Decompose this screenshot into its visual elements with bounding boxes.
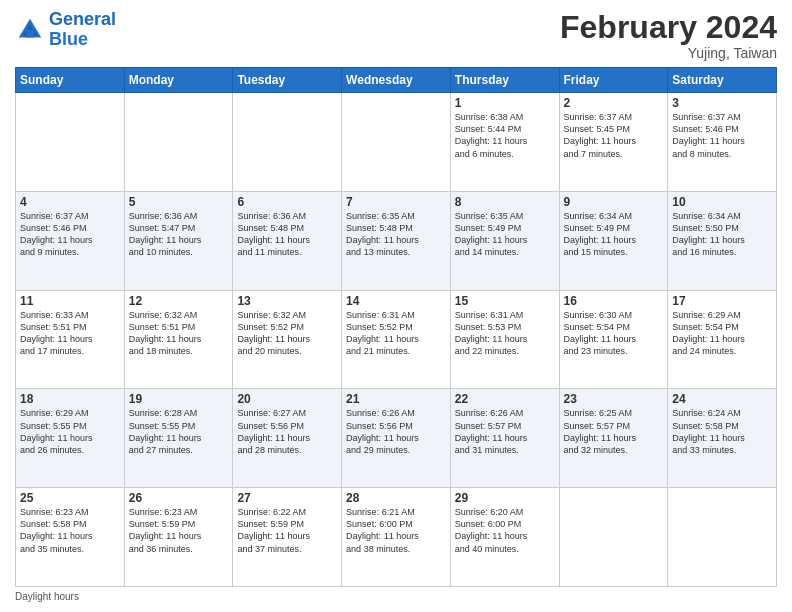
calendar-cell: 28Sunrise: 6:21 AM Sunset: 6:00 PM Dayli… xyxy=(342,488,451,587)
day-info: Sunrise: 6:23 AM Sunset: 5:58 PM Dayligh… xyxy=(20,506,120,555)
day-number: 7 xyxy=(346,195,446,209)
calendar-cell: 13Sunrise: 6:32 AM Sunset: 5:52 PM Dayli… xyxy=(233,290,342,389)
day-info: Sunrise: 6:21 AM Sunset: 6:00 PM Dayligh… xyxy=(346,506,446,555)
day-info: Sunrise: 6:37 AM Sunset: 5:46 PM Dayligh… xyxy=(20,210,120,259)
day-number: 27 xyxy=(237,491,337,505)
day-info: Sunrise: 6:33 AM Sunset: 5:51 PM Dayligh… xyxy=(20,309,120,358)
logo: General Blue xyxy=(15,10,116,50)
calendar-cell: 12Sunrise: 6:32 AM Sunset: 5:51 PM Dayli… xyxy=(124,290,233,389)
calendar-cell: 23Sunrise: 6:25 AM Sunset: 5:57 PM Dayli… xyxy=(559,389,668,488)
weekday-header-sunday: Sunday xyxy=(16,68,125,93)
calendar-cell: 6Sunrise: 6:36 AM Sunset: 5:48 PM Daylig… xyxy=(233,191,342,290)
day-info: Sunrise: 6:24 AM Sunset: 5:58 PM Dayligh… xyxy=(672,407,772,456)
calendar-cell: 17Sunrise: 6:29 AM Sunset: 5:54 PM Dayli… xyxy=(668,290,777,389)
day-number: 29 xyxy=(455,491,555,505)
header: General Blue February 2024 Yujing, Taiwa… xyxy=(15,10,777,61)
day-number: 9 xyxy=(564,195,664,209)
calendar-cell xyxy=(559,488,668,587)
logo-blue: Blue xyxy=(49,29,88,49)
day-info: Sunrise: 6:34 AM Sunset: 5:50 PM Dayligh… xyxy=(672,210,772,259)
logo-icon xyxy=(15,15,45,45)
calendar-cell: 20Sunrise: 6:27 AM Sunset: 5:56 PM Dayli… xyxy=(233,389,342,488)
day-number: 2 xyxy=(564,96,664,110)
day-number: 18 xyxy=(20,392,120,406)
day-info: Sunrise: 6:32 AM Sunset: 5:52 PM Dayligh… xyxy=(237,309,337,358)
footer-note: Daylight hours xyxy=(15,591,777,602)
day-number: 24 xyxy=(672,392,772,406)
day-info: Sunrise: 6:37 AM Sunset: 5:46 PM Dayligh… xyxy=(672,111,772,160)
day-info: Sunrise: 6:29 AM Sunset: 5:54 PM Dayligh… xyxy=(672,309,772,358)
calendar-cell xyxy=(124,93,233,192)
location: Yujing, Taiwan xyxy=(560,45,777,61)
calendar-cell: 10Sunrise: 6:34 AM Sunset: 5:50 PM Dayli… xyxy=(668,191,777,290)
calendar-cell: 11Sunrise: 6:33 AM Sunset: 5:51 PM Dayli… xyxy=(16,290,125,389)
day-info: Sunrise: 6:31 AM Sunset: 5:52 PM Dayligh… xyxy=(346,309,446,358)
day-number: 4 xyxy=(20,195,120,209)
day-info: Sunrise: 6:36 AM Sunset: 5:47 PM Dayligh… xyxy=(129,210,229,259)
calendar-cell: 9Sunrise: 6:34 AM Sunset: 5:49 PM Daylig… xyxy=(559,191,668,290)
calendar-cell: 2Sunrise: 6:37 AM Sunset: 5:45 PM Daylig… xyxy=(559,93,668,192)
day-number: 12 xyxy=(129,294,229,308)
day-number: 3 xyxy=(672,96,772,110)
weekday-header-monday: Monday xyxy=(124,68,233,93)
weekday-header-friday: Friday xyxy=(559,68,668,93)
day-info: Sunrise: 6:22 AM Sunset: 5:59 PM Dayligh… xyxy=(237,506,337,555)
day-info: Sunrise: 6:26 AM Sunset: 5:56 PM Dayligh… xyxy=(346,407,446,456)
day-info: Sunrise: 6:29 AM Sunset: 5:55 PM Dayligh… xyxy=(20,407,120,456)
calendar-cell xyxy=(16,93,125,192)
day-number: 26 xyxy=(129,491,229,505)
day-info: Sunrise: 6:37 AM Sunset: 5:45 PM Dayligh… xyxy=(564,111,664,160)
calendar-cell: 8Sunrise: 6:35 AM Sunset: 5:49 PM Daylig… xyxy=(450,191,559,290)
day-number: 16 xyxy=(564,294,664,308)
day-number: 22 xyxy=(455,392,555,406)
calendar-cell: 26Sunrise: 6:23 AM Sunset: 5:59 PM Dayli… xyxy=(124,488,233,587)
day-info: Sunrise: 6:35 AM Sunset: 5:49 PM Dayligh… xyxy=(455,210,555,259)
page: General Blue February 2024 Yujing, Taiwa… xyxy=(0,0,792,612)
calendar-cell: 1Sunrise: 6:38 AM Sunset: 5:44 PM Daylig… xyxy=(450,93,559,192)
day-number: 5 xyxy=(129,195,229,209)
calendar-cell: 7Sunrise: 6:35 AM Sunset: 5:48 PM Daylig… xyxy=(342,191,451,290)
weekday-header-thursday: Thursday xyxy=(450,68,559,93)
calendar-header-row: SundayMondayTuesdayWednesdayThursdayFrid… xyxy=(16,68,777,93)
day-number: 6 xyxy=(237,195,337,209)
calendar-cell: 15Sunrise: 6:31 AM Sunset: 5:53 PM Dayli… xyxy=(450,290,559,389)
day-info: Sunrise: 6:20 AM Sunset: 6:00 PM Dayligh… xyxy=(455,506,555,555)
weekday-header-wednesday: Wednesday xyxy=(342,68,451,93)
day-info: Sunrise: 6:32 AM Sunset: 5:51 PM Dayligh… xyxy=(129,309,229,358)
day-info: Sunrise: 6:27 AM Sunset: 5:56 PM Dayligh… xyxy=(237,407,337,456)
day-number: 1 xyxy=(455,96,555,110)
day-info: Sunrise: 6:36 AM Sunset: 5:48 PM Dayligh… xyxy=(237,210,337,259)
svg-rect-2 xyxy=(26,30,34,38)
weekday-header-tuesday: Tuesday xyxy=(233,68,342,93)
calendar-cell xyxy=(233,93,342,192)
day-number: 28 xyxy=(346,491,446,505)
calendar-cell: 24Sunrise: 6:24 AM Sunset: 5:58 PM Dayli… xyxy=(668,389,777,488)
day-info: Sunrise: 6:26 AM Sunset: 5:57 PM Dayligh… xyxy=(455,407,555,456)
calendar-cell: 18Sunrise: 6:29 AM Sunset: 5:55 PM Dayli… xyxy=(16,389,125,488)
day-number: 19 xyxy=(129,392,229,406)
day-number: 25 xyxy=(20,491,120,505)
calendar-cell: 5Sunrise: 6:36 AM Sunset: 5:47 PM Daylig… xyxy=(124,191,233,290)
day-info: Sunrise: 6:38 AM Sunset: 5:44 PM Dayligh… xyxy=(455,111,555,160)
calendar-cell: 3Sunrise: 6:37 AM Sunset: 5:46 PM Daylig… xyxy=(668,93,777,192)
day-number: 20 xyxy=(237,392,337,406)
day-info: Sunrise: 6:25 AM Sunset: 5:57 PM Dayligh… xyxy=(564,407,664,456)
logo-text: General Blue xyxy=(49,10,116,50)
day-number: 23 xyxy=(564,392,664,406)
day-info: Sunrise: 6:23 AM Sunset: 5:59 PM Dayligh… xyxy=(129,506,229,555)
day-info: Sunrise: 6:35 AM Sunset: 5:48 PM Dayligh… xyxy=(346,210,446,259)
calendar-week-3: 11Sunrise: 6:33 AM Sunset: 5:51 PM Dayli… xyxy=(16,290,777,389)
weekday-header-saturday: Saturday xyxy=(668,68,777,93)
day-number: 13 xyxy=(237,294,337,308)
day-number: 8 xyxy=(455,195,555,209)
calendar-week-1: 1Sunrise: 6:38 AM Sunset: 5:44 PM Daylig… xyxy=(16,93,777,192)
calendar-cell: 19Sunrise: 6:28 AM Sunset: 5:55 PM Dayli… xyxy=(124,389,233,488)
day-info: Sunrise: 6:34 AM Sunset: 5:49 PM Dayligh… xyxy=(564,210,664,259)
day-number: 11 xyxy=(20,294,120,308)
day-number: 14 xyxy=(346,294,446,308)
calendar-cell: 21Sunrise: 6:26 AM Sunset: 5:56 PM Dayli… xyxy=(342,389,451,488)
day-info: Sunrise: 6:31 AM Sunset: 5:53 PM Dayligh… xyxy=(455,309,555,358)
calendar-table: SundayMondayTuesdayWednesdayThursdayFrid… xyxy=(15,67,777,587)
day-number: 21 xyxy=(346,392,446,406)
title-section: February 2024 Yujing, Taiwan xyxy=(560,10,777,61)
